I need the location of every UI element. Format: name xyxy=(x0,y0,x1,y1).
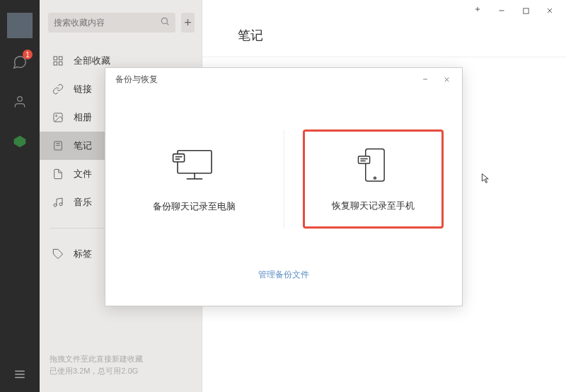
svg-line-5 xyxy=(167,23,169,25)
titlebar xyxy=(202,0,566,21)
favorites-nav[interactable] xyxy=(0,126,40,157)
storage-hint: 拖拽文件至此直接新建收藏 已使用3.2M，总可用2.0G xyxy=(50,353,143,378)
modal-close-button[interactable] xyxy=(438,71,455,88)
svg-rect-12 xyxy=(54,142,62,150)
option-label: 恢复聊天记录至手机 xyxy=(332,200,415,212)
svg-rect-6 xyxy=(54,57,57,60)
leftbar: 1 xyxy=(0,0,40,392)
category-label: 笔记 xyxy=(74,139,92,152)
svg-rect-9 xyxy=(54,62,57,65)
modal-title: 备份与恢复 xyxy=(115,74,158,86)
option-label: 备份聊天记录至电脑 xyxy=(153,200,236,213)
avatar[interactable] xyxy=(7,13,33,38)
cursor-icon xyxy=(480,173,492,187)
category-label: 链接 xyxy=(74,83,92,96)
svg-rect-21 xyxy=(523,8,528,13)
svg-rect-30 xyxy=(173,154,184,162)
menu-nav[interactable] xyxy=(0,368,40,381)
chat-badge: 1 xyxy=(23,50,33,59)
svg-point-11 xyxy=(56,115,57,117)
category-label: 文件 xyxy=(74,168,92,180)
svg-point-16 xyxy=(59,203,62,206)
phone-icon xyxy=(357,146,388,185)
backup-to-pc-option[interactable]: 备份聊天记录至电脑 xyxy=(105,91,284,267)
restore-to-phone-option[interactable]: 恢复聊天记录至手机 xyxy=(303,129,444,229)
add-button[interactable]: + xyxy=(181,13,195,33)
modal-minimize-button[interactable] xyxy=(417,71,434,88)
contacts-nav[interactable] xyxy=(0,86,40,117)
svg-rect-33 xyxy=(366,149,384,181)
svg-point-15 xyxy=(54,204,57,207)
manage-backup-link[interactable]: 管理备份文件 xyxy=(258,270,309,279)
search-icon xyxy=(160,16,170,29)
backup-restore-modal: 备份与恢复 备份聊天记录至电脑 xyxy=(105,67,463,306)
category-label: 音乐 xyxy=(74,196,92,209)
category-label: 相册 xyxy=(74,111,92,124)
close-button[interactable] xyxy=(539,1,560,20)
svg-rect-8 xyxy=(59,62,62,65)
svg-rect-35 xyxy=(359,156,370,163)
search-input[interactable] xyxy=(48,13,175,33)
pin-button[interactable] xyxy=(467,1,488,20)
page-title: 笔记 xyxy=(202,21,566,57)
svg-point-4 xyxy=(161,18,167,23)
svg-rect-7 xyxy=(59,57,62,60)
monitor-icon xyxy=(172,145,217,183)
chat-nav[interactable]: 1 xyxy=(0,47,40,78)
category-label: 标签 xyxy=(74,248,92,260)
svg-point-0 xyxy=(18,97,23,102)
maximize-button[interactable] xyxy=(515,1,536,20)
svg-point-34 xyxy=(374,177,376,179)
minimize-button[interactable] xyxy=(491,1,512,20)
category-label: 全部收藏 xyxy=(74,54,110,67)
